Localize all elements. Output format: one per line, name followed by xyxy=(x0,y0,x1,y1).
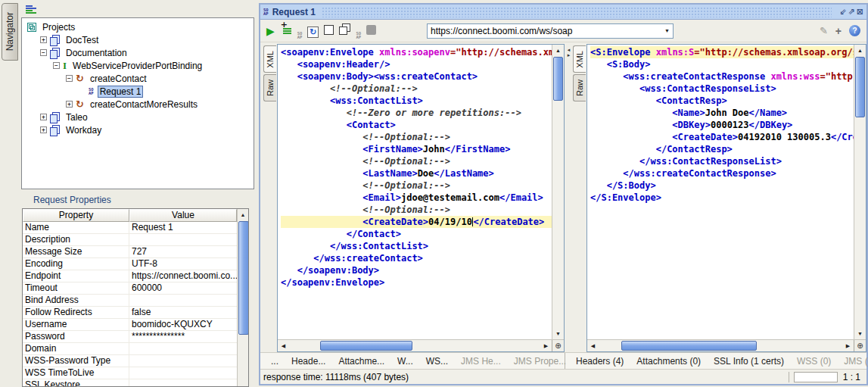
response-tab-ssl-info-1-certs[interactable]: SSL Info (1 certs) xyxy=(714,356,784,367)
endpoint-url[interactable]: https://connect.boomi.com/ws/soap xyxy=(428,26,661,36)
request-hscrollbar[interactable]: ◀ ▶ ⊕ xyxy=(278,339,564,351)
expand-icon[interactable]: + xyxy=(66,101,73,108)
property-name[interactable]: SSL Keystore xyxy=(23,379,129,387)
property-row-username[interactable]: Usernameboomidoc-KQUXCY xyxy=(23,319,237,331)
scroll-down-icon[interactable]: ▼ xyxy=(552,328,564,339)
tree-item-doctest[interactable]: +DocTest xyxy=(22,33,254,46)
tree-item-label[interactable]: WebServiceProviderPortBinding xyxy=(70,60,204,72)
property-name[interactable]: Password xyxy=(23,331,129,343)
code-line[interactable]: </wss:ContactResponseList> xyxy=(590,155,854,167)
magnifier-icon[interactable]: ⊕ xyxy=(854,340,866,351)
code-line[interactable]: <LastName>Doe</LastName> xyxy=(281,167,552,179)
property-value[interactable]: Request 1 xyxy=(129,222,237,234)
add-to-testcase-button[interactable]: + xyxy=(280,23,292,35)
tree-item-webserviceproviderportbinding[interactable]: −IWebServiceProviderPortBinding xyxy=(22,59,254,72)
expand-icon[interactable]: + xyxy=(40,114,47,120)
property-name[interactable]: Username xyxy=(23,319,129,331)
request-tab-w[interactable]: W... xyxy=(397,356,413,367)
tree-item-request-1[interactable]: SOAPRequest 1 xyxy=(22,85,254,98)
clone-request-button[interactable] xyxy=(339,23,350,35)
status-field[interactable] xyxy=(794,372,838,382)
property-row-name[interactable]: NameRequest 1 xyxy=(23,222,237,234)
property-value[interactable]: false xyxy=(129,307,237,319)
code-line[interactable]: <wss:ContactResponseList> xyxy=(590,83,854,95)
property-name[interactable]: Domain xyxy=(23,343,129,355)
property-row-bind-address[interactable]: Bind Address xyxy=(23,295,237,307)
code-line[interactable]: </wss:ContactList> xyxy=(281,240,552,252)
scroll-up-icon[interactable]: ▲ xyxy=(238,209,248,220)
code-line[interactable]: </S:Body> xyxy=(590,179,854,192)
chevron-down-icon[interactable]: ▼ xyxy=(661,28,673,33)
property-name[interactable]: Name xyxy=(23,222,129,234)
window-titlebar[interactable]: SOAP Request 1 ⇙⇗⊠ xyxy=(260,5,866,20)
property-value[interactable] xyxy=(129,343,237,355)
property-name[interactable]: Description xyxy=(23,234,129,246)
code-line[interactable]: <ContactResp> xyxy=(590,95,854,107)
response-tab-headers-4[interactable]: Headers (4) xyxy=(576,356,624,367)
tree-item-label[interactable]: Documentation xyxy=(64,47,129,59)
tree-item-label[interactable]: Workday xyxy=(64,124,104,136)
property-column-header[interactable]: Property xyxy=(23,209,129,222)
code-line[interactable]: <Name>John Doe</Name> xyxy=(590,107,854,119)
scrollbar-thumb[interactable] xyxy=(553,57,563,101)
code-line[interactable]: <!--Optional:--> xyxy=(281,155,552,167)
property-value[interactable] xyxy=(129,379,237,387)
properties-scrollbar[interactable]: ▲ xyxy=(237,209,248,386)
property-value[interactable]: UTF-8 xyxy=(129,258,237,270)
recreate-request-button[interactable]: ↻ xyxy=(307,27,319,38)
property-value[interactable]: https://connect.boomi.co... xyxy=(129,270,237,282)
editor-splitter[interactable]: ◂ ▸ xyxy=(565,44,573,352)
code-line[interactable]: </ContactResp> xyxy=(590,143,854,155)
expand-icon[interactable]: + xyxy=(40,36,47,43)
tree-item-documentation[interactable]: −Documentation xyxy=(22,46,254,59)
property-value[interactable]: boomidoc-KQUXCY xyxy=(129,319,237,331)
property-value[interactable] xyxy=(129,295,237,307)
code-line[interactable]: </wss:createContactResponse> xyxy=(590,167,854,179)
property-row-endpoint[interactable]: Endpointhttps://connect.boomi.co... xyxy=(23,270,237,282)
code-line[interactable]: </S:Envelope> xyxy=(590,192,854,204)
property-row-encoding[interactable]: EncodingUTF-8 xyxy=(23,258,237,270)
endpoint-combo[interactable]: https://connect.boomi.com/ws/soap ▼ xyxy=(427,23,674,39)
property-value[interactable]: *************** xyxy=(129,331,237,343)
add-endpoint-button[interactable]: + xyxy=(835,25,842,37)
maximize-button[interactable]: ⇗ xyxy=(848,7,855,16)
magnifier-icon[interactable]: ⊕ xyxy=(552,340,564,351)
code-line[interactable]: <wss:ContactList> xyxy=(281,95,552,107)
property-name[interactable]: WSS TimeToLive xyxy=(23,367,129,379)
help-button[interactable]: ? xyxy=(849,25,860,36)
response-tab-raw[interactable]: Raw xyxy=(573,74,586,101)
request-tab-[interactable]: ... xyxy=(271,356,278,367)
property-name[interactable]: Timeout xyxy=(23,282,129,295)
property-row-domain[interactable]: Domain xyxy=(23,343,237,355)
code-line[interactable]: <FirstName>John</FirstName> xyxy=(281,143,552,155)
code-line[interactable]: <!--Optional:--> xyxy=(281,131,552,143)
code-line[interactable]: <!--Zero or more repetitions:--> xyxy=(281,107,552,119)
collapse-icon[interactable]: − xyxy=(53,62,60,69)
collapse-left-icon[interactable]: ◂ xyxy=(568,47,571,52)
highlighted-code-line[interactable]: <CreateDate>04/19/10</CreateDate> xyxy=(281,216,552,228)
scroll-down-icon[interactable]: ▼ xyxy=(854,328,866,339)
code-line[interactable]: <Contact> xyxy=(281,119,552,131)
close-button[interactable]: ⊠ xyxy=(857,7,863,16)
request-tab-ws[interactable]: WS... xyxy=(426,356,448,367)
tree-item-taleo[interactable]: +Taleo xyxy=(22,111,254,123)
tree-item-label[interactable]: DocTest xyxy=(64,34,101,46)
request-vscrollbar[interactable]: ▲ ▼ xyxy=(552,45,564,339)
expand-icon[interactable]: + xyxy=(40,126,47,133)
request-tab-raw[interactable]: Raw xyxy=(263,74,276,101)
clear-button[interactable] xyxy=(324,25,334,35)
highlighted-code-line[interactable]: <S:Envelope xmlns:S="http://schemas.xmls… xyxy=(590,46,854,58)
response-xml-viewer[interactable]: <S:Envelope xmlns:S="http://schemas.xmls… xyxy=(587,45,854,339)
scroll-left-icon[interactable]: ◀ xyxy=(278,340,289,351)
code-line[interactable]: </Contact> xyxy=(281,228,552,240)
tree-item-label[interactable]: Request 1 xyxy=(98,86,144,98)
code-line[interactable]: <soapenv:Body><wss:createContact> xyxy=(281,70,552,83)
property-row-wss-timetolive[interactable]: WSS TimeToLive xyxy=(23,367,237,379)
tree-item-createcontact[interactable]: −↻createContact xyxy=(22,72,254,85)
code-line[interactable]: </wss:createContact> xyxy=(281,252,552,264)
request-xml-editor[interactable]: <soapenv:Envelope xmlns:soapenv="http://… xyxy=(278,45,552,339)
scroll-right-icon[interactable]: ▶ xyxy=(842,340,854,351)
collapse-icon[interactable]: − xyxy=(66,75,73,82)
property-value[interactable]: 727 xyxy=(129,246,237,258)
scroll-left-icon[interactable]: ◀ xyxy=(587,340,599,351)
